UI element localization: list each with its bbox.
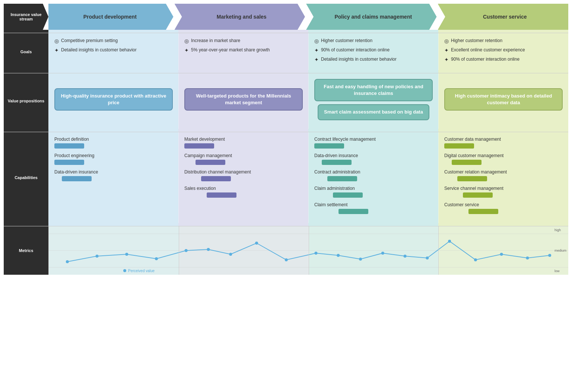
cap-product-dev: Product definition Product engineering D… [48, 132, 178, 223]
cap-item: Customer data management [444, 137, 563, 149]
cap-bar [444, 143, 474, 149]
goals-policy: ◎ Higher customer retention ✦ 90% of cus… [308, 33, 438, 70]
goal-item: ✦ Excellent online customer experience [444, 47, 563, 53]
goals-marketing: ◎ Increase in market share ✦ 5% year-ove… [178, 33, 308, 70]
svg-point-17 [426, 256, 429, 259]
header-policy: Policy and claims management [306, 4, 437, 30]
goals-row: Goals ◎ Competitive premium setting ✦ De… [4, 33, 568, 70]
svg-point-9 [229, 253, 232, 256]
legend-dot-icon [123, 269, 126, 272]
goal-icon-circle: ◎ [444, 38, 449, 44]
header-product-dev: Product development [48, 4, 174, 30]
goal-icon-star: ✦ [444, 47, 449, 53]
svg-point-22 [548, 254, 551, 257]
svg-point-11 [285, 258, 288, 261]
cap-item: Claim settlement [314, 202, 433, 214]
vp-box-teal-1: Fast and easy handling of new policies a… [314, 79, 433, 101]
cap-item: Customer relation management [444, 169, 563, 181]
metrics-legend: Perceived value [123, 269, 155, 273]
svg-point-15 [381, 252, 384, 255]
cap-item: Data-driven insurance [314, 153, 433, 165]
vp-box-teal-2: Smart claim assessment based on big data [318, 104, 429, 120]
goal-item: ◎ Increase in market share [184, 38, 303, 44]
vp-label: Value propositions [4, 73, 48, 129]
header-row: Insurance value stream Product developme… [4, 4, 568, 30]
svg-point-3 [66, 260, 69, 263]
cap-bar [339, 209, 368, 214]
arrow-container: Product development Marketing and sales … [48, 4, 568, 30]
cap-marketing: Market development Campaign management D… [178, 132, 308, 223]
svg-point-16 [404, 255, 407, 258]
cap-item: Contract lifecycle management [314, 137, 433, 149]
goals-customer-service: ◎ Higher customer retention ✦ Excellent … [438, 33, 568, 70]
cap-bar [333, 192, 363, 198]
goal-icon-star: ✦ [314, 57, 319, 63]
svg-point-20 [500, 253, 503, 256]
cap-bar [457, 176, 487, 181]
svg-point-8 [207, 248, 210, 251]
goal-item: ◎ Higher customer retention [444, 38, 563, 44]
svg-point-7 [185, 249, 188, 252]
svg-point-19 [474, 258, 477, 261]
cap-bar [314, 143, 344, 149]
vp-box-blue: High-quality insurance product with attr… [54, 88, 173, 111]
sep-2 [4, 70, 568, 73]
goal-item: ✦ Detailed insights in customer behavior [54, 47, 173, 53]
sep-3 [4, 129, 568, 132]
cap-bar [54, 143, 84, 149]
goals-label: Goals [4, 33, 48, 70]
goal-item: ◎ Competitive premium setting [54, 38, 173, 44]
capabilities-row: Capabilities Product definition Product … [4, 132, 568, 223]
goal-icon-circle: ◎ [184, 38, 189, 44]
cap-bar [463, 192, 493, 198]
goal-item: ✦ Detailed insights in customer behavior [314, 56, 433, 63]
cap-bar [201, 176, 231, 181]
cap-item: Distribution channel management [184, 169, 303, 181]
cap-item: Data-driven insurance [54, 169, 173, 181]
cap-bar [452, 160, 482, 165]
cap-item: Contract administration [314, 169, 433, 181]
capabilities-label: Capabilities [4, 132, 48, 223]
cap-item: Product engineering [54, 153, 173, 165]
cap-bar [207, 192, 236, 198]
goal-item: ✦ 90% of customer interaction online [314, 47, 433, 53]
header-stream-label: Insurance value stream [4, 4, 48, 30]
goal-icon-star: ✦ [54, 47, 59, 53]
goal-icon-star: ✦ [444, 57, 449, 63]
sep-1 [4, 30, 568, 33]
cap-item: Customer service [444, 202, 563, 214]
goal-icon-star: ✦ [184, 47, 189, 53]
sep-4 [4, 223, 568, 226]
cap-item: Sales execution [184, 186, 303, 198]
metrics-row: Metrics [4, 226, 568, 275]
svg-point-14 [359, 258, 362, 261]
vp-marketing: Well-targeted products for the Millennia… [178, 73, 308, 129]
cap-item: Campaign management [184, 153, 303, 165]
cap-item: Market development [184, 137, 303, 149]
goal-icon-circle: ◎ [314, 38, 319, 44]
header-customer-service: Customer service [438, 4, 569, 30]
value-propositions-row: Value propositions High-quality insuranc… [4, 73, 568, 129]
svg-point-18 [448, 240, 451, 243]
cap-bar [62, 176, 92, 181]
header-marketing: Marketing and sales [175, 4, 305, 30]
metrics-label: Metrics [4, 226, 48, 275]
cap-bar [196, 160, 225, 165]
goals-product-dev: ◎ Competitive premium setting ✦ Detailed… [48, 33, 178, 70]
cap-item: Service channel management [444, 186, 563, 198]
cap-item: Product definition [54, 137, 173, 149]
svg-point-10 [255, 242, 258, 245]
cap-item: Digital customer management [444, 153, 563, 165]
goal-icon-circle: ◎ [54, 38, 59, 44]
cap-policy: Contract lifecycle management Data-drive… [308, 132, 438, 223]
goal-item: ✦ 5% year-over-year market share growth [184, 47, 303, 53]
cap-bar [184, 143, 214, 149]
cap-customer-service: Customer data management Digital custome… [438, 132, 568, 223]
svg-point-4 [96, 255, 99, 258]
vp-box-purple: Well-targeted products for the Millennia… [184, 88, 303, 111]
cap-bar [322, 160, 352, 165]
vp-policy: Fast and easy handling of new policies a… [308, 73, 438, 129]
cap-item: Claim administration [314, 186, 433, 198]
vp-box-green: High customer intimacy based on detailed… [444, 88, 563, 111]
cap-bar [54, 160, 84, 165]
